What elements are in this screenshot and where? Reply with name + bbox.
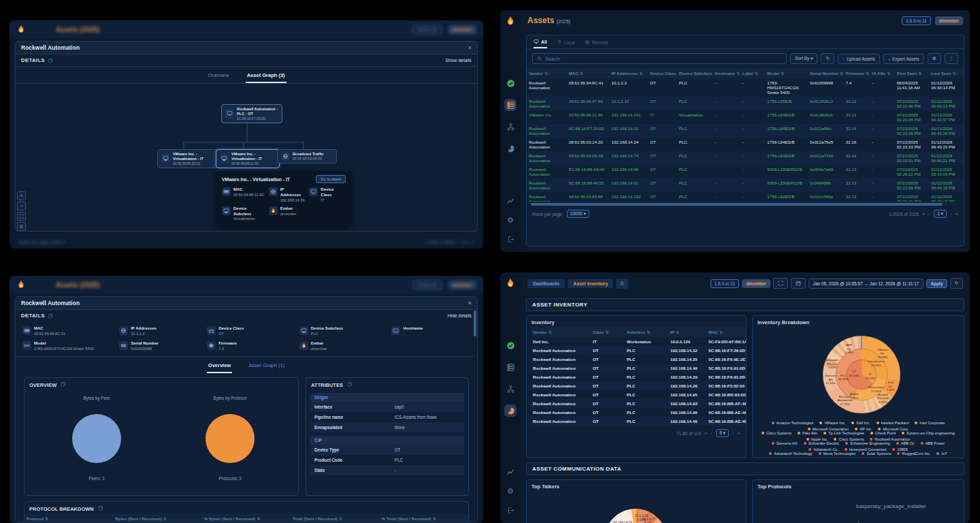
- legend-item[interactable]: Dell Inc.: [851, 421, 870, 425]
- next-page-button[interactable]: ›: [950, 211, 952, 217]
- graph-node-root[interactable]: Rockwell Automation - PLC - OT 5C:88:16:…: [221, 104, 282, 123]
- settings-gear-icon[interactable]: ⚙: [504, 485, 517, 497]
- column-header[interactable]: Label⇅: [740, 68, 765, 78]
- table-row[interactable]: Rockwell AutomationOTPLC192.168.14.965C:…: [531, 408, 747, 417]
- column-header[interactable]: Subclass⇅: [625, 327, 668, 337]
- column-header[interactable]: IP Addresses⇅: [610, 68, 649, 78]
- search-input[interactable]: Search: [532, 53, 787, 64]
- column-header[interactable]: Model⇅: [765, 68, 808, 78]
- legend-item[interactable]: Check Point: [870, 431, 896, 435]
- table-row[interactable]: VMware Inc.00:50:56:86:21:6F192.168.14.2…: [527, 110, 964, 124]
- copy-icon[interactable]: [48, 313, 53, 319]
- settings-gear-icon[interactable]: ⚙: [504, 214, 517, 226]
- expand-icon[interactable]: [773, 278, 788, 289]
- column-header[interactable]: First Seen⇅: [895, 68, 930, 78]
- page-select[interactable]: 1 ▾: [934, 210, 947, 218]
- hide-details-link[interactable]: Hide details: [447, 313, 472, 318]
- refresh-button[interactable]: ↻: [950, 278, 963, 289]
- last-page-button[interactable]: »: [738, 430, 740, 437]
- table-row[interactable]: Rockwell AutomationOTPLC192.168.14.355C:…: [531, 355, 747, 364]
- user-chip[interactable]: dmember: [935, 16, 963, 25]
- legend-item[interactable]: Workstation: [836, 458, 861, 458]
- pie-chart[interactable]: [72, 414, 121, 463]
- refresh-button[interactable]: ↻: [821, 53, 834, 64]
- pagination-footer[interactable]: 1-2025 of 2025 « ‹ 1 ▾ › »: [424, 240, 474, 245]
- close-icon[interactable]: ×: [468, 300, 472, 306]
- sort-icon[interactable]: ⇅: [781, 72, 784, 76]
- first-page-button[interactable]: «: [704, 430, 707, 437]
- top-talkers-chart[interactable]: 10.1.2.26 6.66%10.1.2.17 6.22%10.1.1.191…: [527, 491, 746, 523]
- tab-overview[interactable]: Overview: [206, 70, 230, 83]
- table-row[interactable]: Rockwell Automation08:61:95:94:8C:4110.1…: [527, 78, 964, 97]
- table-row[interactable]: Rockwell Automation08:61:95:03:06:A8192.…: [527, 151, 964, 165]
- sidebar-item-dashboards[interactable]: [504, 405, 517, 417]
- tab-overview[interactable]: Overview: [207, 360, 232, 373]
- sort-icon[interactable]: ⇅: [840, 72, 843, 76]
- copy-icon[interactable]: [347, 381, 353, 387]
- legend-item[interactable]: RuggedCom Inc.: [897, 451, 930, 456]
- column-header[interactable]: Vendor⇅: [527, 68, 567, 78]
- table-row[interactable]: Rockwell Automation5C:88:16:F7:26:0D192.…: [527, 124, 964, 138]
- sidebar-item-activity[interactable]: [504, 466, 517, 478]
- legend-item[interactable]: Palo Alto: [798, 431, 817, 435]
- graph-node-child[interactable]: VMware Inc. - Virtualization - IT 00:50:…: [157, 149, 218, 168]
- table-row[interactable]: Rockwell AutomationOTPLC192.168.14.465C:…: [531, 417, 747, 426]
- legend-item[interactable]: Tp-Link Technologies: [823, 431, 864, 435]
- table-row[interactable]: Rockwell Automation08:61:95:03:14:20192.…: [527, 138, 964, 151]
- legend-item[interactable]: Intel Corporate: [915, 421, 945, 425]
- column-header[interactable]: VLANs⇅: [870, 68, 894, 78]
- next-page-button[interactable]: ›: [732, 430, 734, 437]
- sidebar-item-activity[interactable]: [504, 195, 517, 207]
- sort-icon[interactable]: ⇅: [544, 72, 548, 76]
- upload-assets-button[interactable]: ↑Upload Assets: [838, 54, 880, 64]
- table-row[interactable]: Rockwell AutomationOTPLC192.168.14.285C:…: [531, 381, 747, 390]
- wordcloud-term[interactable]: tcp: [856, 520, 877, 523]
- legend-item[interactable]: Networking: [867, 458, 891, 458]
- column-header[interactable]: Protocol⇅: [24, 513, 113, 522]
- column-header[interactable]: Hostname⇅: [713, 68, 740, 78]
- date-range-picker[interactable]: Jan 05, 2026 @ 10:55:57 → Jan 12, 2026 @…: [808, 279, 924, 289]
- legend-item[interactable]: Mobile: [897, 458, 913, 458]
- tab-asset-graph[interactable]: Asset Graph (3): [246, 70, 287, 83]
- column-header[interactable]: % Bytes (Sent / Received)⇅: [202, 513, 291, 522]
- column-header[interactable]: MAC⇅: [706, 327, 747, 337]
- sort-icon[interactable]: ⇅: [866, 72, 869, 76]
- legend-item[interactable]: ABB Power: [921, 441, 945, 445]
- lock-icon[interactable]: [616, 279, 628, 289]
- column-header[interactable]: Vendor⇅: [531, 327, 591, 337]
- sidebar-item-health[interactable]: [504, 77, 517, 89]
- column-header[interactable]: Device Subclass⇅: [677, 68, 713, 78]
- vertical-scrollbar[interactable]: [474, 311, 476, 519]
- sidebar-item-topology[interactable]: [504, 383, 517, 395]
- column-header[interactable]: Total (Sent / Received)⇅: [291, 513, 379, 522]
- sort-icon[interactable]: ⇅: [919, 72, 922, 76]
- logout-icon[interactable]: [504, 233, 517, 245]
- tab-local[interactable]: Local: [557, 39, 575, 48]
- go-to-asset-button[interactable]: Go to asset: [316, 175, 346, 183]
- table-row[interactable]: Rockwell AutomationOTPLC192.168.14.955C:…: [531, 390, 747, 399]
- legend-item[interactable]: Siemens AG: [772, 441, 798, 445]
- breadcrumb-dashboards[interactable]: Dashboards: [527, 279, 565, 288]
- sort-icon[interactable]: ⇅: [580, 72, 583, 76]
- calendar-icon[interactable]: [791, 278, 806, 289]
- sort-by-button[interactable]: Sort By ▾: [790, 53, 817, 64]
- user-chip[interactable]: dmember: [742, 279, 770, 288]
- copy-icon[interactable]: [98, 505, 103, 511]
- first-page-button[interactable]: «: [922, 211, 925, 217]
- zoom-out-button[interactable]: −: [17, 202, 26, 210]
- legend-item[interactable]: IoT: [936, 451, 947, 456]
- fit-view-button[interactable]: [17, 212, 26, 221]
- user-chip[interactable]: dmember: [448, 281, 476, 289]
- horizontal-scrollbar[interactable]: [531, 203, 960, 206]
- tab-all[interactable]: All: [534, 39, 547, 48]
- user-chip[interactable]: dmember: [448, 25, 476, 34]
- legend-item[interactable]: Advantech Technology: [769, 451, 812, 456]
- legend-item[interactable]: Amazon Technologies: [772, 421, 814, 425]
- apply-button[interactable]: Apply: [926, 279, 947, 288]
- column-header[interactable]: Bytes (Sent / Received)⇅: [113, 513, 201, 522]
- column-header[interactable]: Serial Number⇅: [808, 68, 844, 78]
- copy-icon[interactable]: [48, 58, 53, 63]
- legend-item[interactable]: Schneider Electric: [804, 441, 839, 445]
- rows-per-page-select[interactable]: 10000 ▾: [567, 210, 589, 218]
- zoom-in-button[interactable]: +: [17, 191, 26, 200]
